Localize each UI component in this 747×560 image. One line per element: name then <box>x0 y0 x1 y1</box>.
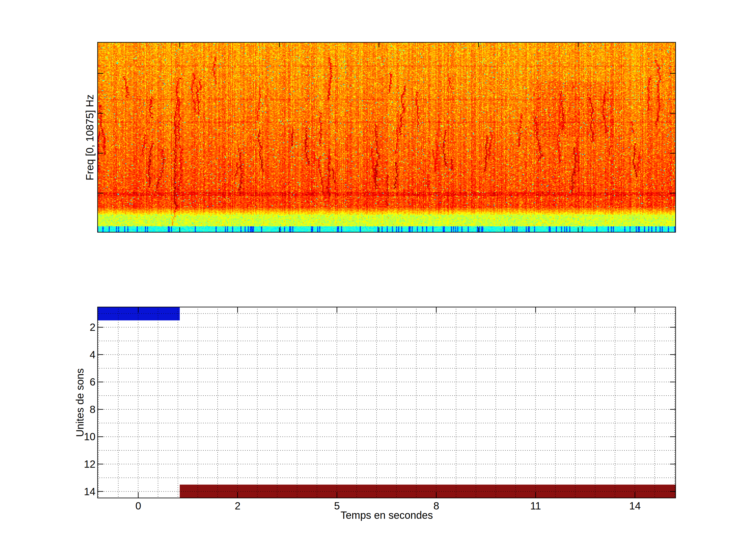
figure: { "figure": {"width": 2880, "height": 21… <box>0 0 747 560</box>
y-tick-label: 12 <box>70 458 96 470</box>
x-tick-label: 2 <box>217 500 258 512</box>
x-tick-label: 14 <box>614 500 656 512</box>
y-tick-label: 14 <box>70 486 96 498</box>
x-tick-label: 8 <box>415 500 457 512</box>
y-tick-label: 6 <box>70 376 96 388</box>
y-tick-label: 4 <box>70 349 96 361</box>
spectrogram-canvas <box>97 42 676 233</box>
x-tick-label: 0 <box>118 500 159 512</box>
activity-plot-canvas <box>97 307 676 498</box>
spectrogram-ylabel: Freq [0, 10875] Hz <box>84 95 96 180</box>
y-tick-label: 2 <box>70 321 96 333</box>
y-tick-label: 8 <box>70 403 96 415</box>
y-tick-label: 10 <box>70 431 96 443</box>
x-tick-label: 5 <box>316 500 358 512</box>
x-tick-label: 11 <box>515 500 556 512</box>
